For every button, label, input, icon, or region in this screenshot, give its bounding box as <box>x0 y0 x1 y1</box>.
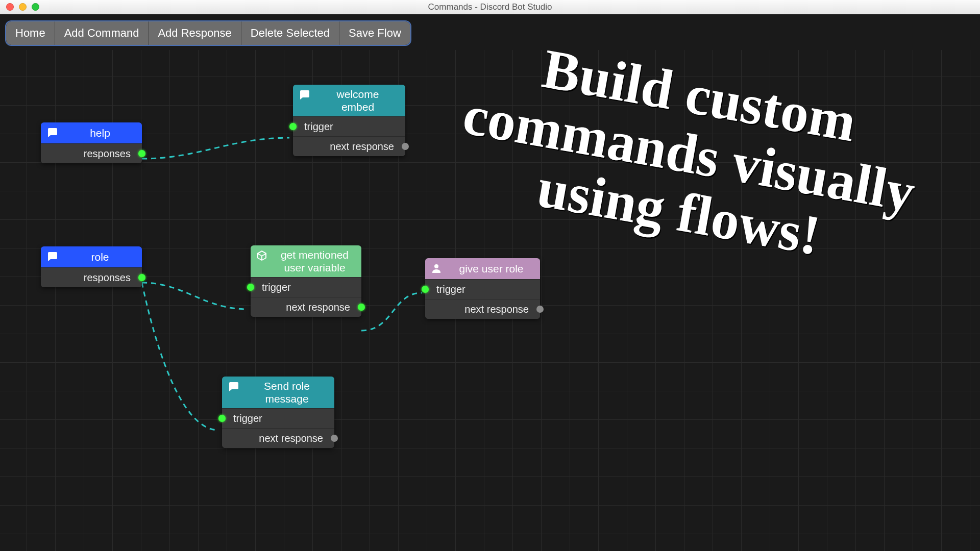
node-header[interactable]: Send role message <box>222 377 334 408</box>
port-label: responses <box>84 272 131 283</box>
node-welcome-embed[interactable]: welcome embed trigger next response <box>293 85 405 156</box>
user-icon <box>430 262 443 274</box>
output-port[interactable] <box>358 304 365 311</box>
delete-selected-button[interactable]: Delete Selected <box>241 21 339 45</box>
output-port[interactable] <box>138 150 145 157</box>
promo-text: Build custom commands visually using flo… <box>423 22 956 285</box>
node-title-line2: user variable <box>284 262 345 273</box>
port-label: responses <box>84 148 131 159</box>
port-label: trigger <box>262 282 291 293</box>
svg-point-4 <box>52 255 53 257</box>
window-minimize-button[interactable] <box>19 3 27 11</box>
port-label: next response <box>464 304 529 315</box>
node-port-next-response[interactable]: next response <box>293 136 405 156</box>
node-header[interactable]: give user role <box>425 258 540 279</box>
port-label: next response <box>259 433 323 444</box>
window-titlebar: Commands - Discord Bot Studio <box>0 0 980 14</box>
output-port[interactable] <box>138 274 145 281</box>
node-get-mentioned-user-variable[interactable]: get mentioned user variable trigger next… <box>251 245 361 317</box>
node-header[interactable]: help <box>41 122 142 143</box>
node-title-line1: welcome <box>337 88 379 100</box>
toolbar: Home Add Command Add Response Delete Sel… <box>0 14 980 50</box>
node-port-next-response[interactable]: next response <box>251 297 361 317</box>
node-port-responses[interactable]: responses <box>41 267 142 287</box>
node-title: role <box>91 251 109 263</box>
node-header[interactable]: role <box>41 246 142 267</box>
output-port[interactable] <box>402 143 409 150</box>
node-give-user-role[interactable]: give user role trigger next response <box>425 258 540 319</box>
node-help[interactable]: help responses <box>41 122 142 163</box>
port-label: next response <box>330 141 394 152</box>
input-port[interactable] <box>247 284 254 291</box>
port-label: next response <box>286 302 350 313</box>
svg-point-3 <box>50 255 51 257</box>
input-port[interactable] <box>218 415 226 422</box>
node-header[interactable]: get mentioned user variable <box>251 245 361 277</box>
svg-point-0 <box>50 131 51 133</box>
input-port[interactable] <box>289 123 297 130</box>
node-title-line1: get mentioned <box>281 249 349 261</box>
port-label: trigger <box>304 121 333 132</box>
node-port-responses[interactable]: responses <box>41 143 142 163</box>
flow-canvas[interactable]: help responses welcome embed trigger nex… <box>0 50 980 551</box>
node-header[interactable]: welcome embed <box>293 85 405 116</box>
node-port-trigger[interactable]: trigger <box>425 279 540 299</box>
output-port[interactable] <box>536 306 544 313</box>
node-title-line2: embed <box>341 101 374 113</box>
input-port[interactable] <box>422 286 429 293</box>
node-title-line1: Send role <box>264 380 310 392</box>
add-response-button[interactable]: Add Response <box>149 21 241 45</box>
window-close-button[interactable] <box>6 3 14 11</box>
port-label: trigger <box>233 413 262 424</box>
window-zoom-button[interactable] <box>32 3 39 11</box>
port-label: trigger <box>436 284 465 295</box>
node-title: help <box>90 127 110 139</box>
output-port[interactable] <box>331 435 338 442</box>
window-title: Commands - Discord Bot Studio <box>0 2 980 12</box>
chat-icon <box>46 251 58 263</box>
svg-point-5 <box>54 255 55 257</box>
svg-point-2 <box>54 131 55 133</box>
home-button[interactable]: Home <box>6 21 55 45</box>
node-title: give user role <box>459 263 523 274</box>
svg-point-1 <box>52 131 53 133</box>
node-port-next-response[interactable]: next response <box>425 299 540 319</box>
node-role[interactable]: role responses <box>41 246 142 287</box>
node-port-trigger[interactable]: trigger <box>293 116 405 136</box>
node-port-next-response[interactable]: next response <box>222 428 334 448</box>
chat-icon <box>298 89 310 101</box>
chat-icon <box>227 381 239 393</box>
add-command-button[interactable]: Add Command <box>55 21 149 45</box>
node-port-trigger[interactable]: trigger <box>222 408 334 428</box>
node-send-role-message[interactable]: Send role message trigger next response <box>222 377 334 448</box>
cube-icon <box>256 249 268 262</box>
svg-point-6 <box>434 264 438 268</box>
node-title-line2: message <box>265 393 308 405</box>
node-port-trigger[interactable]: trigger <box>251 277 361 297</box>
toolbar-button-group: Home Add Command Add Response Delete Sel… <box>5 20 411 46</box>
save-flow-button[interactable]: Save Flow <box>339 21 410 45</box>
chat-icon <box>46 127 58 139</box>
